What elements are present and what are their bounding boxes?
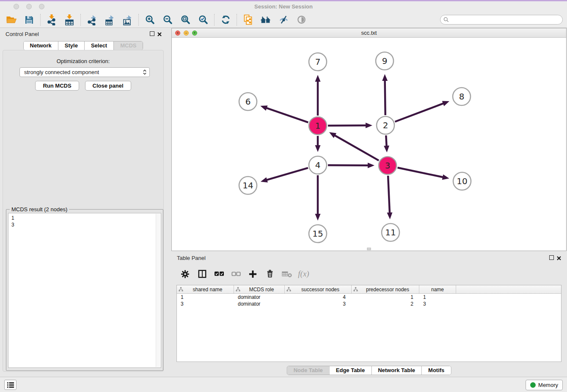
table-cell[interactable]: 1	[419, 294, 456, 300]
export-table-icon[interactable]	[101, 13, 118, 27]
splitter-handle[interactable]	[367, 248, 371, 250]
tab-edge-table[interactable]: Edge Table	[329, 366, 371, 375]
open-session-icon[interactable]	[3, 13, 20, 27]
export-image-icon[interactable]	[118, 13, 136, 27]
close-panel-icon[interactable]	[556, 255, 562, 260]
column-header-successor-nodes[interactable]: successor nodes	[285, 285, 352, 293]
save-session-icon[interactable]	[20, 13, 38, 27]
show-column-panel-icon[interactable]	[195, 267, 209, 281]
memory-button[interactable]: Memory	[526, 380, 563, 390]
graph-node-label: 15	[312, 229, 323, 239]
import-table-icon[interactable]	[61, 13, 78, 27]
toolbar-separator	[237, 14, 237, 26]
column-header-predecessor-nodes[interactable]: predecessor nodes	[352, 285, 419, 293]
edge-2-3[interactable]	[386, 135, 386, 146]
apply-layout-icon[interactable]	[217, 13, 234, 27]
search-icon	[443, 17, 449, 22]
network-minimize-button[interactable]: −	[184, 30, 189, 36]
create-column-plus-icon[interactable]	[246, 267, 260, 281]
edge-3-1[interactable]	[334, 135, 379, 160]
edge-arrowhead-icon	[261, 177, 268, 182]
show-all-icon[interactable]	[292, 13, 310, 27]
node-table: shared nameMCDS rolesuccessor nodesprede…	[176, 285, 561, 362]
float-panel-icon[interactable]	[549, 255, 554, 260]
titlebar: Session: New Session	[0, 1, 567, 12]
edge-2-8[interactable]	[395, 103, 443, 122]
column-header-name[interactable]: name	[419, 285, 456, 293]
run-mcds-button[interactable]: Run MCDS	[35, 81, 79, 91]
home-view-icon[interactable]	[257, 13, 275, 27]
column-header-label: MCDS role	[240, 287, 283, 293]
edge-2-9[interactable]	[385, 80, 385, 115]
table-settings-gear-icon[interactable]	[178, 267, 192, 281]
toolbar-separator	[138, 14, 139, 26]
table-cell[interactable]: 3	[285, 301, 352, 307]
edge-3-10[interactable]	[397, 168, 443, 177]
network-canvas[interactable]: 7968124310141511	[172, 38, 566, 251]
network-close-button[interactable]: ×	[175, 30, 180, 36]
table-cell[interactable]: 3	[419, 301, 456, 307]
table-cell[interactable]: 2	[352, 301, 419, 307]
search-field[interactable]	[440, 15, 563, 25]
table-row[interactable]: 3dominator323	[177, 301, 561, 307]
network-window-titlebar[interactable]: × − + scc.txt	[172, 28, 566, 38]
delete-table-icon[interactable]	[280, 267, 294, 281]
edge-arrowhead-icon	[387, 213, 392, 219]
zoom-selected-icon[interactable]	[194, 13, 212, 27]
edge-arrowhead-icon	[442, 101, 449, 106]
tab-node-table[interactable]: Node Table	[287, 366, 329, 375]
export-network-icon[interactable]	[83, 13, 101, 27]
import-network-icon[interactable]	[43, 13, 61, 27]
table-row[interactable]: 1dominator411	[177, 294, 561, 301]
network-canvas-svg: 7968124310141511	[172, 38, 566, 251]
tab-motifs[interactable]: Motifs	[421, 366, 451, 375]
close-window-button[interactable]	[14, 4, 19, 9]
edge-4-3[interactable]	[328, 165, 369, 166]
edge-3-11[interactable]	[388, 176, 390, 213]
table-cell[interactable]: dominator	[234, 294, 285, 300]
column-header-shared-name[interactable]: shared name	[177, 285, 234, 293]
edge-arrowhead-icon	[366, 123, 372, 128]
criterion-dropdown[interactable]: strongly connected component	[19, 67, 150, 77]
column-header-label: successor nodes	[291, 287, 350, 293]
table-cell[interactable]: 1	[352, 294, 419, 300]
tab-network-table[interactable]: Network Table	[371, 366, 421, 375]
result-scrollbar[interactable]	[156, 214, 160, 367]
zoom-out-icon[interactable]	[159, 13, 176, 27]
edge-arrowhead-icon	[315, 214, 321, 221]
graph-node-label: 8	[459, 91, 465, 102]
close-panel-icon[interactable]	[157, 31, 162, 36]
delete-column-trash-icon[interactable]	[263, 267, 277, 281]
hide-selected-icon[interactable]	[275, 13, 292, 27]
graph-node-label: 3	[385, 160, 391, 171]
edge-1-6[interactable]	[266, 108, 308, 122]
table-cell[interactable]: 3	[177, 301, 234, 307]
tab-mcds[interactable]: MCDS	[113, 41, 143, 50]
tab-network[interactable]: Network	[24, 41, 58, 50]
table-cell[interactable]: 4	[285, 294, 352, 300]
table-header-row: shared nameMCDS rolesuccessor nodesprede…	[177, 285, 561, 294]
table-cell[interactable]: 1	[177, 294, 234, 300]
close-panel-button[interactable]: Close panel	[85, 81, 131, 91]
function-builder-icon[interactable]: f(x)	[297, 267, 311, 281]
minimize-window-button[interactable]	[26, 4, 32, 9]
task-history-button[interactable]	[4, 380, 17, 390]
select-all-columns-icon[interactable]	[212, 267, 226, 281]
edge-4-14[interactable]	[266, 168, 308, 180]
table-cell[interactable]: dominator	[234, 301, 285, 307]
network-title: scc.txt	[172, 28, 566, 37]
graph-node-label: 11	[385, 227, 396, 237]
clone-network-icon[interactable]	[239, 13, 257, 27]
float-panel-icon[interactable]	[150, 31, 154, 36]
column-header-mcds-role[interactable]: MCDS role	[234, 285, 285, 293]
tab-style[interactable]: Style	[58, 41, 84, 50]
zoom-window-button[interactable]	[39, 4, 44, 9]
deselect-all-columns-icon[interactable]	[229, 267, 243, 281]
mcds-result-area[interactable]: 1 3	[8, 213, 161, 368]
tab-select[interactable]: Select	[84, 41, 113, 50]
search-input[interactable]	[451, 16, 562, 24]
zoom-in-icon[interactable]	[141, 13, 159, 27]
zoom-fit-icon[interactable]	[176, 13, 194, 27]
network-maximize-button[interactable]: +	[192, 30, 197, 36]
edge-1-2[interactable]	[328, 125, 366, 126]
